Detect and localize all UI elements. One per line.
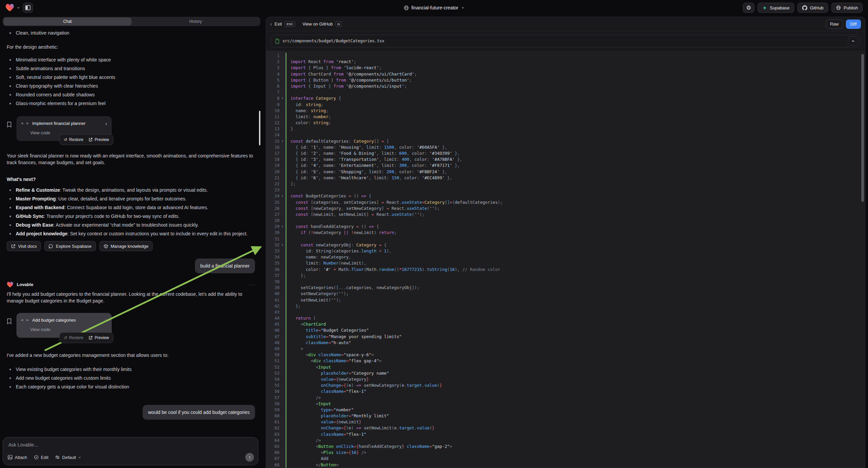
fold-arrow-icon[interactable]: ∨ — [279, 138, 285, 144]
list-item: Soft, neutral color palette with light b… — [7, 74, 255, 81]
user-message: would be cool if you could add budget ca… — [143, 405, 255, 420]
code-line: 24∨const BudgetCategories = () => { — [266, 193, 865, 199]
settings-button[interactable]: ⚙ — [743, 3, 754, 13]
explore-supabase-button[interactable]: Explore Supabase — [44, 241, 96, 251]
bookmark-icon[interactable] — [7, 121, 12, 141]
fold-arrow-icon — [279, 71, 285, 77]
line-number: 35 — [266, 260, 279, 266]
line-number: 50 — [266, 352, 279, 358]
github-button[interactable]: GitHub — [798, 3, 828, 13]
preview-button[interactable]: Preview — [89, 136, 109, 143]
fold-arrow-icon[interactable]: ∨ — [279, 242, 285, 248]
view-code-link[interactable]: View code — [30, 326, 107, 333]
fold-arrow-icon — [279, 187, 285, 193]
file-path: src/components/budget/BudgetCategories.t… — [282, 39, 384, 43]
tab-history[interactable]: History — [131, 18, 260, 26]
bullet-list: Refine & Customize: Tweak the design, an… — [7, 187, 255, 237]
chat-scrollbar-thumb[interactable] — [259, 111, 260, 145]
code-editor[interactable]: 12import React from 'react';3import { Pl… — [266, 51, 865, 468]
fold-arrow-icon[interactable]: ∨ — [279, 193, 285, 199]
code-line: 34 name: newCategory, — [266, 254, 865, 260]
lovable-logo-icon[interactable] — [5, 4, 14, 12]
version-card-implement-financial-planner[interactable]: < > Implement financial planner › View c… — [17, 116, 112, 141]
fold-arrow-icon — [279, 321, 285, 327]
project-switcher[interactable]: financial-future-creator — [404, 5, 464, 10]
fold-arrow-icon — [279, 346, 285, 352]
raw-toggle-button[interactable]: Raw — [826, 20, 843, 29]
fold-arrow-icon[interactable]: ∨ — [279, 95, 285, 101]
line-number: 46 — [266, 327, 279, 333]
line-number: 37 — [266, 273, 279, 279]
send-button[interactable]: ↑ — [245, 453, 254, 462]
fold-arrow-icon — [279, 364, 285, 370]
package-icon — [104, 244, 108, 248]
line-number: 64 — [266, 437, 279, 443]
line-number: 2 — [266, 59, 279, 65]
bookmark-icon[interactable] — [7, 318, 12, 338]
restore-button[interactable]: ↺ Restore — [64, 334, 83, 341]
fold-arrow-icon — [279, 376, 285, 382]
file-path-bar[interactable]: src/components/budget/BudgetCategories.t… — [271, 35, 860, 47]
code-line: 63 className="flex-1" — [266, 431, 865, 437]
line-number: 66 — [266, 449, 279, 456]
code-scrollbar-thumb[interactable] — [861, 54, 864, 202]
fold-arrow-icon — [279, 419, 285, 425]
tab-chat[interactable]: Chat — [3, 18, 131, 26]
visit-docs-button[interactable]: Visit docs — [7, 241, 41, 251]
line-number: 30 — [266, 230, 279, 236]
collapse-file-button[interactable] — [848, 36, 858, 46]
fold-arrow-icon — [279, 437, 285, 443]
view-on-github-button[interactable]: View on GitHub G — [303, 21, 342, 27]
line-number: 42 — [266, 303, 279, 309]
fold-arrow-icon — [279, 456, 285, 462]
code-line: 13} — [266, 126, 865, 132]
toggle-sidebar-button[interactable] — [23, 3, 33, 13]
code-line: 49 > — [266, 346, 865, 352]
chat-input-card: Attach Edit Default ↑ — [3, 437, 258, 465]
mode-selector[interactable]: Default — [55, 455, 81, 460]
publish-button[interactable]: Publish — [831, 3, 863, 13]
chevron-down-icon — [78, 456, 81, 459]
fold-arrow-icon — [279, 309, 285, 315]
fold-arrow-icon — [279, 449, 285, 456]
code-line: 16 { id: '1', name: 'Housing', limit: 15… — [266, 144, 865, 150]
version-card-add-budget-categories[interactable]: < > Add budget categories › View code ↺ … — [17, 313, 112, 338]
exit-button[interactable]: ‹ Exit ESC — [270, 21, 295, 27]
more-menu-icon[interactable]: ··· — [249, 281, 255, 288]
code-line: 7 — [266, 89, 865, 95]
list-item: Subtle animations and transitions — [7, 65, 255, 72]
fold-arrow-icon — [279, 315, 285, 321]
line-number: 20 — [266, 169, 279, 175]
fold-arrow-icon — [279, 77, 285, 83]
code-line: 4import ChartCard from '@/components/ui/… — [266, 71, 865, 77]
line-number: 62 — [266, 425, 279, 431]
line-number: 24 — [266, 193, 279, 199]
edit-button[interactable]: Edit — [34, 455, 48, 460]
fold-arrow-icon[interactable]: ∨ — [279, 224, 285, 230]
fold-arrow-icon — [279, 156, 285, 163]
line-number: 40 — [266, 291, 279, 297]
chat-input[interactable] — [3, 437, 258, 447]
fold-arrow-icon — [279, 254, 285, 260]
attach-button[interactable]: Attach — [8, 455, 27, 460]
code-line: 15∨const defaultCategories: Category[] =… — [266, 138, 865, 144]
design-heading: For the design aesthetic: — [7, 43, 255, 50]
project-name: financial-future-creator — [411, 5, 458, 10]
bullet-dot — [9, 215, 11, 217]
code-line: 68 </Button> — [266, 462, 865, 468]
list-item: Glass-morphic elements for a premium fee… — [7, 100, 255, 107]
chevron-down-icon[interactable] — [17, 6, 20, 9]
supabase-button[interactable]: Supabase — [757, 3, 794, 13]
user-message-row: would be cool if you could add budget ca… — [7, 405, 255, 420]
assistant-name: Lovable — [17, 281, 33, 288]
diff-toggle-button[interactable]: Diff — [846, 20, 861, 29]
line-number: 55 — [266, 382, 279, 388]
code-line: 40 setNewCategory(''); — [266, 291, 865, 297]
chat-message-list: Clean, intuitive navigation For the desi… — [3, 29, 258, 436]
code-line: 3import { Plus } from 'lucide-react'; — [266, 65, 865, 71]
preview-button[interactable]: Preview — [89, 334, 109, 341]
restore-button[interactable]: ↺ Restore — [64, 136, 83, 143]
line-number: 21 — [266, 175, 279, 181]
manage-knowledge-button[interactable]: Manage knowledge — [99, 241, 153, 251]
fold-arrow-icon — [279, 334, 285, 340]
